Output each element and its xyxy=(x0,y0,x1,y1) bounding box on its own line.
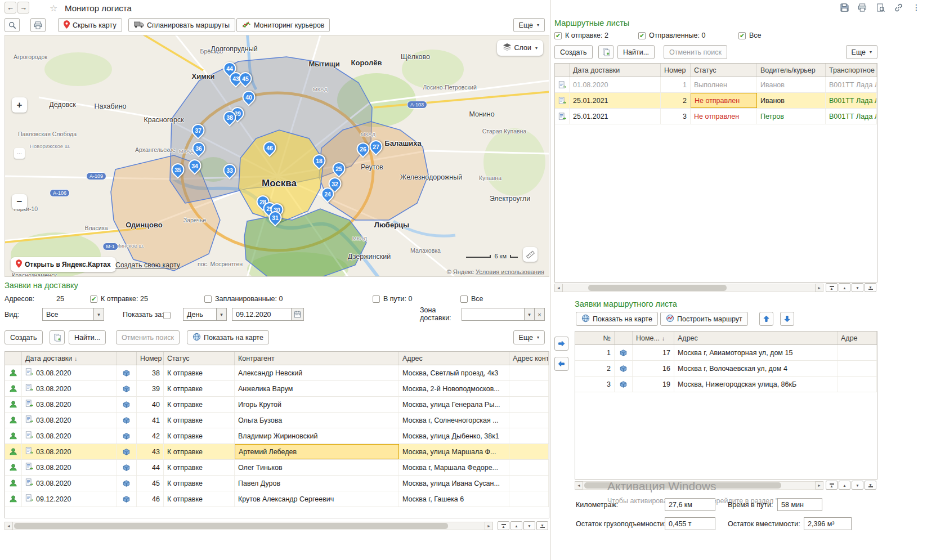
column-address[interactable]: Адрес xyxy=(399,352,509,365)
column-address2[interactable]: Адре xyxy=(838,331,877,344)
route-sheets-filter[interactable]: К отправке: 2 xyxy=(554,32,608,39)
date-field[interactable]: 09.12.2020 xyxy=(232,308,304,321)
add-to-route-button[interactable] xyxy=(554,337,568,351)
period-select[interactable]: День▾ xyxy=(183,308,227,321)
route-sheets-filter[interactable]: Отправленные: 0 xyxy=(638,32,705,39)
volume-field[interactable]: 2,396 м³ xyxy=(804,517,852,530)
create-route-sheet-button[interactable]: Создать xyxy=(554,45,593,59)
capacity-field[interactable]: 0,455 т xyxy=(665,517,715,530)
build-route-button[interactable]: Построить маршрут xyxy=(660,312,748,326)
column-date[interactable]: Дата доставки↓ xyxy=(22,352,117,365)
map-marker[interactable]: 36 xyxy=(190,139,208,158)
clear-icon[interactable]: × xyxy=(535,308,545,321)
route-sheets-hscrollbar[interactable]: ◄ ► xyxy=(554,284,823,292)
column-contractor[interactable]: Контрагент xyxy=(235,352,399,365)
delivery-row[interactable]: 03.08.2020 43 К отправке Артемий Лебедев… xyxy=(5,444,549,460)
go-top-button[interactable]: ▲ xyxy=(826,283,838,292)
column-driver[interactable]: Водитель/курьер xyxy=(757,64,826,77)
go-bottom-button[interactable]: ▼ xyxy=(865,283,876,292)
delivery-row[interactable]: 09.12.2020 46 К отправке Крутов Александ… xyxy=(5,491,549,507)
column-number[interactable]: Номер xyxy=(137,352,164,365)
cancel-search-route-button[interactable]: Отменить поиск xyxy=(664,45,727,59)
cancel-search-button[interactable]: Отменить поиск xyxy=(116,330,180,344)
ruler-button[interactable] xyxy=(523,247,538,262)
map-marker[interactable]: 45 xyxy=(236,69,255,88)
mileage-field[interactable]: 27,6 км xyxy=(665,498,715,511)
find-button[interactable]: Найти... xyxy=(69,330,106,344)
show-route-on-map-button[interactable]: Показать на карте xyxy=(576,312,658,326)
delivery-more-button[interactable]: Еще▾ xyxy=(513,330,545,344)
map-marker[interactable]: 34 xyxy=(186,156,204,175)
calendar-icon[interactable] xyxy=(292,308,304,321)
column-number[interactable]: Номе...↓ xyxy=(633,331,674,344)
map-marker[interactable]: 37 xyxy=(189,121,208,140)
favorite-star-icon[interactable]: ☆ xyxy=(50,3,57,14)
go-top-button[interactable]: ▲ xyxy=(498,521,509,530)
route-sheet-row[interactable]: 25.01.2021 3 Не отправлен Петров В001ТТ … xyxy=(555,109,877,124)
delivery-hscrollbar[interactable]: ◄ ► xyxy=(5,522,493,530)
delivery-row[interactable]: 03.08.2020 41 К отправке Ольга Бузова Мо… xyxy=(5,413,549,428)
scroll-left-icon[interactable]: ◄ xyxy=(554,284,563,292)
view-select[interactable]: Все▾ xyxy=(42,308,104,321)
terms-link[interactable]: Условия использования xyxy=(476,268,544,275)
delivery-row[interactable]: 03.08.2020 45 К отправке Павел Дуров Мос… xyxy=(5,476,549,491)
column-date[interactable]: Дата доставки xyxy=(570,64,661,77)
zoom-in-button[interactable]: + xyxy=(12,97,27,113)
show-on-map-button[interactable]: Показать на карте xyxy=(187,330,269,344)
delivery-row[interactable]: 03.08.2020 42 К отправке Владимир Жирино… xyxy=(5,428,549,444)
map-marker[interactable]: 18 xyxy=(310,151,329,170)
scroll-right-icon[interactable]: ► xyxy=(485,522,493,530)
route-sheets-filter[interactable]: Все xyxy=(738,32,762,39)
route-sheets-more-button[interactable]: Еще▾ xyxy=(846,45,877,59)
move-down-button[interactable] xyxy=(780,312,794,326)
map[interactable]: АгрогородокБрёховоДолгопрудныйМытищиКоро… xyxy=(5,35,549,277)
map-tools-button[interactable]: ⋯ xyxy=(14,148,25,159)
column-n[interactable]: № xyxy=(575,331,615,344)
column-address[interactable]: Адрес xyxy=(674,331,838,344)
create-button[interactable]: Создать xyxy=(5,330,43,344)
chevron-down-icon[interactable]: ▾ xyxy=(525,308,535,321)
scroll-right-icon[interactable]: ► xyxy=(815,284,823,292)
open-in-yandex-maps-button[interactable]: Открыть в Яндекс.Картах xyxy=(11,257,116,272)
column-status[interactable]: Статус xyxy=(164,352,235,365)
column-status[interactable]: Статус xyxy=(691,64,757,77)
delivery-filter[interactable]: В пути: 0 xyxy=(373,295,412,303)
hide-map-button[interactable]: Скрыть карту xyxy=(58,18,122,32)
copy-button[interactable] xyxy=(50,330,65,344)
delivery-filter[interactable]: Все xyxy=(460,295,483,303)
chevron-down-icon[interactable]: ▾ xyxy=(217,308,227,321)
column-address2[interactable]: Адрес конт... xyxy=(509,352,549,365)
travel-time-field[interactable]: 58 мин xyxy=(777,498,822,511)
route-sheet-row[interactable]: 01.08.2020 1 Выполнен Иванов В001ТТ Лада… xyxy=(555,77,877,93)
route-sheet-row[interactable]: 25.01.2021 2 Не отправлен Иванов В001ТТ … xyxy=(555,93,877,109)
monitor-couriers-button[interactable]: Мониторинг курьеров xyxy=(236,18,330,32)
delivery-row[interactable]: 03.08.2020 39 К отправке Анжелика Варум … xyxy=(5,381,549,397)
scroll-left-icon[interactable]: ◄ xyxy=(5,522,13,530)
column-vehicle[interactable]: Транспортное с xyxy=(826,64,877,77)
route-request-row[interactable]: 2 16 Москва г, Волочаевская ул, дом 4 xyxy=(575,361,877,377)
scroll-left-icon[interactable]: ◄ xyxy=(575,481,583,490)
back-button[interactable]: ← xyxy=(5,2,16,14)
zone-field[interactable]: ▾× xyxy=(462,308,545,321)
map-marker[interactable]: 25 xyxy=(330,159,348,178)
go-bottom-button[interactable]: ▼ xyxy=(536,521,548,530)
zoom-out-button[interactable]: − xyxy=(12,194,27,209)
column-number[interactable]: Номер xyxy=(661,64,691,77)
move-up-button[interactable] xyxy=(759,312,773,326)
create-own-map-link[interactable]: Создать свою карту xyxy=(115,261,180,269)
route-request-row[interactable]: 3 19 Москва, Нижегородская улица, 86кБ xyxy=(575,377,877,392)
remove-from-route-button[interactable] xyxy=(554,357,568,371)
map-marker[interactable]: 40 xyxy=(240,88,258,106)
layers-button[interactable]: Слои ▾ xyxy=(497,40,543,56)
print-button[interactable] xyxy=(30,18,46,32)
delivery-filter[interactable]: Запланированные: 0 xyxy=(204,295,283,303)
map-marker[interactable]: 27 xyxy=(367,137,386,156)
show-for-checkbox[interactable] xyxy=(163,312,171,319)
route-request-row[interactable]: 1 17 Москва г, Авиамоторная ул, дом 15 xyxy=(575,345,877,361)
copy-route-sheet-button[interactable] xyxy=(598,45,613,59)
forward-button[interactable]: → xyxy=(17,2,29,14)
map-marker[interactable]: 35 xyxy=(169,160,187,179)
search-button[interactable] xyxy=(5,18,20,32)
go-down-button[interactable]: ▼ xyxy=(523,521,535,530)
delivery-filter[interactable]: К отправке: 25 xyxy=(90,295,148,303)
